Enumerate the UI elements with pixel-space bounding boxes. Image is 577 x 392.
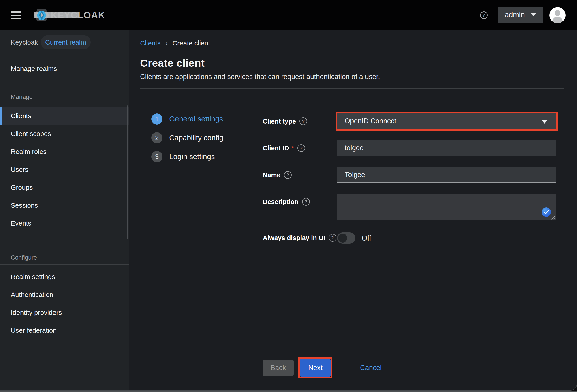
user-menu-button[interactable]: admin	[498, 7, 543, 23]
sidebar-item-sessions[interactable]: Sessions	[0, 196, 129, 214]
breadcrumb: Clients › Create client	[140, 39, 564, 47]
sidebar-item-client-scopes[interactable]: Client scopes	[0, 125, 129, 143]
current-realm-label: Current realm	[45, 38, 86, 46]
sidebar-item-user-federation[interactable]: User federation	[0, 321, 129, 339]
masthead: KEYCLOAK ? admin	[0, 0, 577, 30]
client-type-label: Client type	[263, 118, 296, 125]
help-icon[interactable]: ?	[480, 11, 488, 19]
wizard-steps-nav: 1 General settings 2 Capability config 3…	[129, 89, 253, 170]
avatar[interactable]	[549, 7, 566, 23]
sidebar-item-label: Groups	[11, 184, 33, 191]
main-content: Clients › Create client Create client Cl…	[129, 30, 577, 391]
required-asterisk: *	[291, 144, 294, 152]
client-id-label: Client ID	[263, 144, 289, 152]
form-row-always-display: Always display in UI ? Off	[263, 232, 577, 244]
window-bottom-edge	[0, 391, 577, 392]
sidebar-item-events[interactable]: Events	[0, 214, 129, 232]
page-header: Clients › Create client Create client Cl…	[129, 30, 577, 89]
form-row-client-type: Client type ? OpenID Connect	[263, 113, 577, 129]
breadcrumb-link-clients[interactable]: Clients	[140, 39, 161, 47]
always-display-toggle[interactable]	[337, 232, 356, 244]
sidebar-nav: Keycloak Current realm Manage realms Man…	[0, 30, 129, 391]
breadcrumb-current: Create client	[172, 39, 210, 47]
nav-section-heading-configure: Configure	[0, 250, 129, 261]
step-label: Login settings	[169, 152, 215, 161]
browser-window: KEYCLOAK ? admin Keycloak Current realm	[0, 0, 577, 391]
realm-switcher: Keycloak Current realm	[0, 30, 129, 54]
sidebar-item-label: Events	[11, 219, 31, 227]
always-display-label: Always display in UI	[263, 234, 325, 242]
toggle-knob	[338, 234, 347, 243]
client-id-input[interactable]	[337, 140, 556, 156]
avatar-body-shape	[552, 17, 563, 23]
question-circle-icon[interactable]: ?	[284, 171, 292, 179]
sidebar-item-label: Realm settings	[11, 273, 55, 281]
brand-text: KEYCLOAK	[51, 10, 105, 20]
wizard-actions: Back Next Cancel	[263, 357, 577, 378]
question-circle-icon[interactable]: ?	[329, 234, 336, 242]
back-button[interactable]: Back	[263, 359, 294, 376]
step-number-badge: 1	[151, 113, 162, 125]
sidebar-item-manage-realms[interactable]: Manage realms	[0, 60, 129, 78]
checkmark-icon[interactable]	[542, 207, 551, 217]
form-row-description: Description ?	[263, 194, 577, 221]
hamburger-menu-icon[interactable]	[11, 11, 21, 19]
create-client-wizard: 1 General settings 2 Capability config 3…	[129, 89, 577, 391]
sidebar-scrollbar[interactable]	[127, 105, 128, 239]
sidebar-item-label: Authentication	[11, 291, 53, 298]
sidebar-item-label: Realm roles	[11, 148, 47, 155]
nav-section-configure: Realm settings Authentication Identity p…	[0, 264, 129, 339]
page-subtitle: Clients are applications and services th…	[140, 73, 564, 81]
sidebar-item-label: Identity providers	[11, 309, 62, 316]
keycloak-logo: KEYCLOAK	[34, 7, 117, 23]
name-label: Name	[263, 171, 281, 179]
question-circle-icon[interactable]: ?	[297, 144, 305, 152]
toggle-state-label: Off	[362, 232, 371, 244]
sidebar-item-users[interactable]: Users	[0, 161, 129, 178]
annotation-highlight-client-type: OpenID Connect	[335, 112, 558, 131]
wizard-step-capability-config[interactable]: 2 Capability config	[151, 132, 223, 143]
wizard-step-login-settings[interactable]: 3 Login settings	[151, 151, 215, 162]
sidebar-item-authentication[interactable]: Authentication	[0, 286, 129, 304]
sidebar-item-label: Clients	[11, 112, 31, 120]
question-circle-icon: ?	[480, 11, 488, 19]
question-circle-icon[interactable]: ?	[302, 198, 310, 206]
realm-product-label: Keycloak	[11, 38, 38, 46]
sidebar-item-label: Users	[11, 166, 28, 173]
sidebar-item-realm-roles[interactable]: Realm roles	[0, 143, 129, 161]
sidebar-item-identity-providers[interactable]: Identity providers	[0, 304, 129, 321]
nav-section-manage: Clients Client scopes Realm roles Users …	[0, 107, 129, 232]
sidebar-item-groups[interactable]: Groups	[0, 178, 129, 196]
step-label: General settings	[169, 115, 223, 123]
keycloak-logo-image: KEYCLOAK	[34, 7, 117, 23]
current-realm-badge[interactable]: Current realm	[41, 35, 91, 49]
nav-section-heading-manage: Manage	[0, 89, 129, 101]
description-label: Description	[263, 198, 299, 206]
chevron-right-icon: ›	[166, 39, 167, 47]
general-settings-form: Client type ? OpenID Connect	[253, 89, 577, 378]
wizard-step-general-settings[interactable]: 1 General settings	[151, 113, 223, 125]
sidebar-item-realm-settings[interactable]: Realm settings	[0, 268, 129, 286]
caret-down-icon	[531, 13, 536, 16]
resize-handle-icon[interactable]	[550, 214, 555, 220]
form-row-name: Name ?	[263, 167, 577, 183]
description-textarea[interactable]	[337, 194, 556, 220]
step-number-badge: 3	[151, 151, 162, 162]
name-input[interactable]	[337, 167, 556, 183]
avatar-head-shape	[555, 10, 560, 16]
form-row-client-id: Client ID * ?	[263, 140, 577, 156]
next-button[interactable]: Next	[300, 359, 330, 377]
client-type-value: OpenID Connect	[345, 117, 397, 125]
cancel-button[interactable]: Cancel	[360, 364, 382, 372]
step-label: Capability config	[169, 134, 223, 142]
sidebar-item-label: Sessions	[11, 202, 38, 209]
user-menu-label: admin	[505, 10, 525, 19]
sidebar-item-clients[interactable]: Clients	[0, 107, 129, 125]
step-number-badge: 2	[151, 132, 162, 143]
page-title: Create client	[140, 57, 564, 69]
annotation-highlight-next: Next	[298, 357, 332, 378]
sidebar-item-label: Manage realms	[11, 65, 57, 72]
question-circle-icon[interactable]: ?	[299, 117, 307, 125]
client-type-select[interactable]: OpenID Connect	[337, 113, 556, 129]
select-caret-icon	[542, 120, 547, 123]
